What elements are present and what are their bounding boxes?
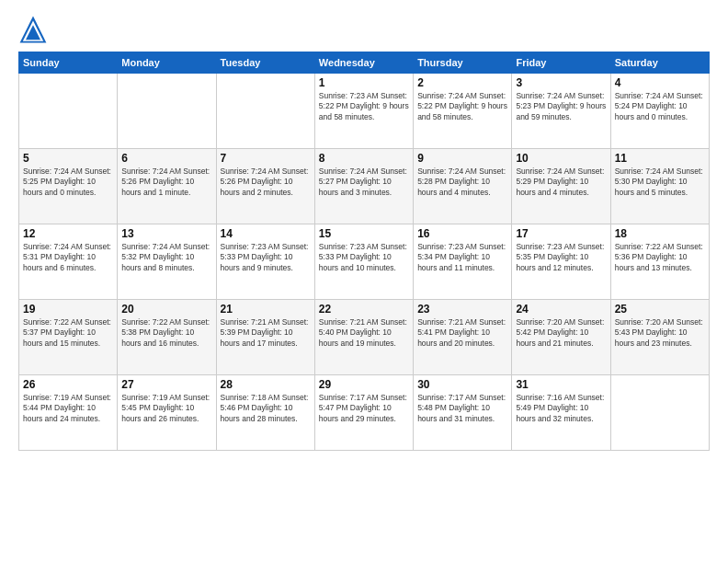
- day-cell: 16Sunrise: 7:23 AM Sunset: 5:34 PM Dayli…: [414, 224, 512, 300]
- day-info: Sunrise: 7:22 AM Sunset: 5:36 PM Dayligh…: [615, 242, 705, 273]
- day-info: Sunrise: 7:17 AM Sunset: 5:48 PM Dayligh…: [417, 393, 507, 424]
- day-cell: 12Sunrise: 7:24 AM Sunset: 5:31 PM Dayli…: [19, 224, 118, 300]
- day-cell: 11Sunrise: 7:24 AM Sunset: 5:30 PM Dayli…: [610, 149, 709, 224]
- day-info: Sunrise: 7:20 AM Sunset: 5:42 PM Dayligh…: [516, 317, 606, 349]
- weekday-header-sunday: Sunday: [19, 52, 118, 74]
- day-info: Sunrise: 7:24 AM Sunset: 5:28 PM Dayligh…: [417, 167, 507, 198]
- day-info: Sunrise: 7:23 AM Sunset: 5:34 PM Dayligh…: [417, 242, 507, 273]
- day-info: Sunrise: 7:24 AM Sunset: 5:31 PM Dayligh…: [23, 242, 113, 273]
- day-info: Sunrise: 7:18 AM Sunset: 5:46 PM Dayligh…: [221, 393, 311, 424]
- day-number: 5: [23, 152, 113, 165]
- week-row-3: 12Sunrise: 7:24 AM Sunset: 5:31 PM Dayli…: [19, 224, 710, 300]
- day-cell: [216, 74, 314, 149]
- day-cell: [118, 74, 216, 149]
- calendar: SundayMondayTuesdayWednesdayThursdayFrid…: [18, 52, 710, 451]
- day-info: Sunrise: 7:24 AM Sunset: 5:30 PM Dayligh…: [615, 167, 705, 198]
- day-info: Sunrise: 7:17 AM Sunset: 5:47 PM Dayligh…: [319, 393, 409, 424]
- day-number: 25: [615, 303, 705, 316]
- week-row-1: 1Sunrise: 7:23 AM Sunset: 5:22 PM Daylig…: [19, 74, 710, 149]
- day-number: 15: [319, 227, 409, 240]
- day-number: 26: [23, 378, 113, 391]
- day-number: 1: [319, 76, 409, 89]
- day-number: 16: [417, 227, 507, 240]
- day-cell: 22Sunrise: 7:21 AM Sunset: 5:40 PM Dayli…: [314, 300, 413, 375]
- day-cell: 9Sunrise: 7:24 AM Sunset: 5:28 PM Daylig…: [414, 149, 512, 224]
- day-number: 20: [121, 303, 211, 316]
- day-cell: 6Sunrise: 7:24 AM Sunset: 5:26 PM Daylig…: [118, 149, 216, 224]
- week-row-5: 26Sunrise: 7:19 AM Sunset: 5:44 PM Dayli…: [19, 375, 710, 451]
- day-cell: 8Sunrise: 7:24 AM Sunset: 5:27 PM Daylig…: [314, 149, 413, 224]
- day-cell: 4Sunrise: 7:24 AM Sunset: 5:24 PM Daylig…: [610, 74, 709, 149]
- day-info: Sunrise: 7:19 AM Sunset: 5:45 PM Dayligh…: [121, 393, 211, 424]
- day-info: Sunrise: 7:24 AM Sunset: 5:29 PM Dayligh…: [516, 167, 606, 198]
- day-number: 12: [23, 227, 113, 240]
- day-number: 22: [319, 303, 409, 316]
- day-cell: 10Sunrise: 7:24 AM Sunset: 5:29 PM Dayli…: [512, 149, 610, 224]
- day-cell: 17Sunrise: 7:23 AM Sunset: 5:35 PM Dayli…: [512, 224, 610, 300]
- day-number: 3: [516, 76, 606, 89]
- day-info: Sunrise: 7:20 AM Sunset: 5:43 PM Dayligh…: [615, 317, 705, 349]
- day-info: Sunrise: 7:23 AM Sunset: 5:33 PM Dayligh…: [319, 242, 409, 273]
- day-number: 11: [615, 152, 705, 165]
- weekday-header-saturday: Saturday: [610, 52, 709, 74]
- day-cell: 26Sunrise: 7:19 AM Sunset: 5:44 PM Dayli…: [19, 375, 118, 451]
- day-info: Sunrise: 7:24 AM Sunset: 5:25 PM Dayligh…: [23, 167, 113, 198]
- day-number: 31: [516, 378, 606, 391]
- day-cell: 18Sunrise: 7:22 AM Sunset: 5:36 PM Dayli…: [610, 224, 709, 300]
- day-cell: 21Sunrise: 7:21 AM Sunset: 5:39 PM Dayli…: [216, 300, 314, 375]
- weekday-header-thursday: Thursday: [414, 52, 512, 74]
- day-cell: 27Sunrise: 7:19 AM Sunset: 5:45 PM Dayli…: [118, 375, 216, 451]
- day-info: Sunrise: 7:23 AM Sunset: 5:22 PM Dayligh…: [319, 91, 409, 122]
- day-cell: [19, 74, 118, 149]
- day-info: Sunrise: 7:24 AM Sunset: 5:23 PM Dayligh…: [516, 91, 606, 122]
- weekday-header-friday: Friday: [512, 52, 610, 74]
- day-number: 14: [221, 227, 311, 240]
- day-cell: 1Sunrise: 7:23 AM Sunset: 5:22 PM Daylig…: [314, 74, 413, 149]
- logo-icon: [18, 15, 48, 44]
- header: [18, 15, 710, 44]
- day-number: 30: [417, 378, 507, 391]
- day-number: 9: [417, 152, 507, 165]
- day-info: Sunrise: 7:19 AM Sunset: 5:44 PM Dayligh…: [23, 393, 113, 424]
- day-cell: 7Sunrise: 7:24 AM Sunset: 5:26 PM Daylig…: [216, 149, 314, 224]
- day-info: Sunrise: 7:23 AM Sunset: 5:33 PM Dayligh…: [221, 242, 311, 273]
- day-cell: 19Sunrise: 7:22 AM Sunset: 5:37 PM Dayli…: [19, 300, 118, 375]
- day-info: Sunrise: 7:16 AM Sunset: 5:49 PM Dayligh…: [516, 393, 606, 424]
- day-info: Sunrise: 7:24 AM Sunset: 5:26 PM Dayligh…: [121, 167, 211, 198]
- day-number: 8: [319, 152, 409, 165]
- day-cell: 13Sunrise: 7:24 AM Sunset: 5:32 PM Dayli…: [118, 224, 216, 300]
- day-cell: 28Sunrise: 7:18 AM Sunset: 5:46 PM Dayli…: [216, 375, 314, 451]
- day-info: Sunrise: 7:24 AM Sunset: 5:32 PM Dayligh…: [121, 242, 211, 273]
- day-number: 27: [121, 378, 211, 391]
- day-cell: 14Sunrise: 7:23 AM Sunset: 5:33 PM Dayli…: [216, 224, 314, 300]
- day-number: 28: [221, 378, 311, 391]
- day-info: Sunrise: 7:24 AM Sunset: 5:26 PM Dayligh…: [221, 167, 311, 198]
- page: SundayMondayTuesdayWednesdayThursdayFrid…: [0, 0, 728, 563]
- day-number: 21: [221, 303, 311, 316]
- day-number: 29: [319, 378, 409, 391]
- day-number: 10: [516, 152, 606, 165]
- day-info: Sunrise: 7:23 AM Sunset: 5:35 PM Dayligh…: [516, 242, 606, 273]
- day-cell: 30Sunrise: 7:17 AM Sunset: 5:48 PM Dayli…: [414, 375, 512, 451]
- day-info: Sunrise: 7:24 AM Sunset: 5:22 PM Dayligh…: [417, 91, 507, 122]
- day-number: 19: [23, 303, 113, 316]
- day-number: 24: [516, 303, 606, 316]
- day-cell: 31Sunrise: 7:16 AM Sunset: 5:49 PM Dayli…: [512, 375, 610, 451]
- weekday-header-wednesday: Wednesday: [314, 52, 413, 74]
- week-row-2: 5Sunrise: 7:24 AM Sunset: 5:25 PM Daylig…: [19, 149, 710, 224]
- day-cell: 3Sunrise: 7:24 AM Sunset: 5:23 PM Daylig…: [512, 74, 610, 149]
- day-info: Sunrise: 7:21 AM Sunset: 5:40 PM Dayligh…: [319, 317, 409, 349]
- day-cell: 29Sunrise: 7:17 AM Sunset: 5:47 PM Dayli…: [314, 375, 413, 451]
- day-info: Sunrise: 7:21 AM Sunset: 5:39 PM Dayligh…: [221, 317, 311, 349]
- day-number: 7: [221, 152, 311, 165]
- weekday-header-row: SundayMondayTuesdayWednesdayThursdayFrid…: [19, 52, 710, 74]
- weekday-header-tuesday: Tuesday: [216, 52, 314, 74]
- day-cell: 5Sunrise: 7:24 AM Sunset: 5:25 PM Daylig…: [19, 149, 118, 224]
- day-cell: [610, 375, 709, 451]
- day-info: Sunrise: 7:22 AM Sunset: 5:37 PM Dayligh…: [23, 317, 113, 349]
- day-info: Sunrise: 7:22 AM Sunset: 5:38 PM Dayligh…: [121, 317, 211, 349]
- day-number: 4: [615, 76, 705, 89]
- day-info: Sunrise: 7:21 AM Sunset: 5:41 PM Dayligh…: [417, 317, 507, 349]
- day-cell: 25Sunrise: 7:20 AM Sunset: 5:43 PM Dayli…: [610, 300, 709, 375]
- week-row-4: 19Sunrise: 7:22 AM Sunset: 5:37 PM Dayli…: [19, 300, 710, 375]
